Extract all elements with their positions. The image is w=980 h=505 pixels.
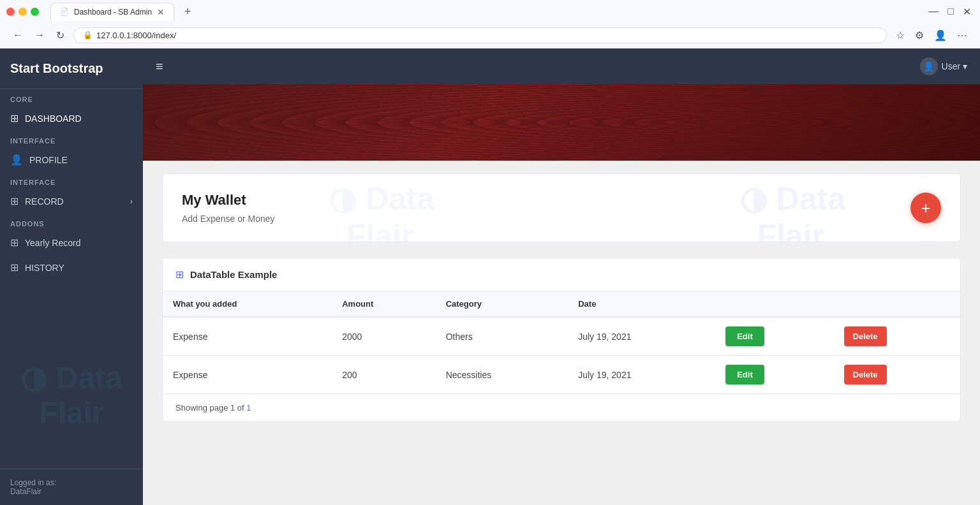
topbar: ≡ 👤 User ▾ [143,48,980,84]
sidebar-item-record[interactable]: ⊞ RECORD › [0,189,143,214]
row2-category: Necessities [436,356,568,394]
win-min-btn[interactable] [19,8,27,16]
row2-edit-cell: Edit [715,356,833,394]
row1-amount: 2000 [332,317,435,356]
sidebar-item-label-history: HISTORY [25,263,64,273]
row2-delete-cell: Delete [834,356,960,394]
add-expense-button[interactable]: + [910,193,941,223]
browser-chrome: 📄 Dashboard - SB Admin ✕ + — □ ✕ ← → ↻ 🔒… [0,0,980,48]
datatable-card: ⊞ DataTable Example What you added Amoun… [162,258,961,422]
wallet-title: My Wallet [182,192,275,209]
nav-refresh-button[interactable]: ↻ [54,27,67,44]
footer-text: Showing page 1 of [175,403,246,413]
sidebar-item-profile[interactable]: 👤 PROFILE [0,147,143,172]
topbar-user-label: User ▾ [942,61,967,71]
datatable-header: ⊞ DataTable Example [163,258,960,291]
browser-toolbar-actions: ☆ ⚙ 👤 ⋯ [893,27,970,44]
col-header-edit [715,291,833,317]
row1-delete-cell: Delete [834,317,960,356]
history-icon: ⊞ [10,261,19,274]
dashboard-icon: ⊞ [10,112,19,124]
table-row: Expense 200 Necessities July 19, 2021 Ed… [163,356,960,394]
row2-delete-button[interactable]: Delete [844,365,887,384]
row1-date: July 19, 2021 [568,317,715,356]
topbar-user-menu[interactable]: 👤 User ▾ [920,57,967,75]
record-icon: ⊞ [10,195,19,207]
app-wrapper: Start Bootstrap CORE ⊞ DASHBOARD INTERFA… [0,48,980,505]
row1-what: Expense [163,317,332,356]
card-watermark-right: ◑ Data Flair [739,181,845,242]
tab-favicon: 📄 [60,8,69,16]
sidebar-item-label-yearly-record: Yearly Record [25,238,80,248]
extensions-btn[interactable]: ⚙ [912,27,926,44]
sidebar-toggle-button[interactable]: ≡ [156,59,163,74]
datatable-table: What you added Amount Category Date Expe… [163,291,960,393]
col-header-amount: Amount [332,291,435,317]
row2-what: Expense [163,356,332,394]
profile-btn[interactable]: 👤 [932,27,949,44]
bookmark-btn[interactable]: ☆ [893,27,907,44]
sidebar-item-dashboard[interactable]: ⊞ DASHBOARD [0,106,143,131]
sidebar-section-addons: ADDONS [0,214,143,230]
window-close-btn[interactable]: ✕ [960,3,974,20]
footer-page-link[interactable]: 1 [246,403,251,413]
maximize-btn[interactable]: □ [945,3,956,20]
row1-delete-button[interactable]: Delete [844,326,887,346]
wallet-subtitle: Add Expense or Money [182,214,275,224]
row2-edit-button[interactable]: Edit [725,365,764,384]
row2-date: July 19, 2021 [568,356,715,394]
address-text: 127.0.0.1:8000/index/ [96,31,176,40]
yearly-record-icon: ⊞ [10,237,19,249]
address-bar[interactable]: 🔒 127.0.0.1:8000/index/ [73,27,887,43]
sidebar-brand: Start Bootstrap [0,48,143,89]
logged-in-label: Logged in as: [10,478,133,487]
browser-titlebar: 📄 Dashboard - SB Admin ✕ + — □ ✕ [0,0,980,23]
card-watermark-left: ◑ Data Flair [329,181,434,242]
wallet-card-text: My Wallet Add Expense or Money [182,192,275,224]
nav-forward-button[interactable]: → [32,27,47,43]
new-tab-button[interactable]: + [179,4,197,20]
hero-image [143,84,980,161]
sidebar-item-label-dashboard: DASHBOARD [25,113,82,124]
minimize-btn[interactable]: — [926,3,941,20]
sidebar: Start Bootstrap CORE ⊞ DASHBOARD INTERFA… [0,48,143,505]
wallet-card: My Wallet Add Expense or Money ◑ Data Fl… [162,173,961,242]
browser-addressbar: ← → ↻ 🔒 127.0.0.1:8000/index/ ☆ ⚙ 👤 ⋯ [0,23,980,48]
sidebar-section-core: CORE [0,89,143,106]
main-content: My Wallet Add Expense or Money ◑ Data Fl… [143,84,980,505]
datatable-footer: Showing page 1 of 1 [163,393,960,421]
nav-back-button[interactable]: ← [10,27,26,43]
datatable-header-icon: ⊞ [175,268,184,281]
col-header-delete [834,291,960,317]
row2-amount: 200 [332,356,435,394]
datatable-header-title: DataTable Example [190,269,277,280]
col-header-category: Category [436,291,568,317]
table-header-row: What you added Amount Category Date [163,291,960,317]
tab-title: Dashboard - SB Admin [74,8,152,17]
row1-edit-button[interactable]: Edit [725,326,764,346]
sidebar-item-label-record: RECORD [25,196,64,207]
row1-category: Others [436,317,568,356]
sidebar-item-history[interactable]: ⊞ HISTORY [0,255,143,280]
profile-icon: 👤 [10,154,23,166]
sidebar-footer: Logged in as: DataFlair [0,469,143,505]
sidebar-item-label-profile: PROFILE [29,155,68,165]
sidebar-section-interface1: INTERFACE [0,131,143,147]
sidebar-watermark: ◑ DataFlair [20,361,122,430]
lock-icon: 🔒 [83,31,93,40]
win-close-btn[interactable] [6,8,15,16]
chevron-right-icon: › [130,197,133,206]
sidebar-item-yearly-record[interactable]: ⊞ Yearly Record [0,230,143,255]
col-header-what: What you added [163,291,332,317]
topbar-avatar: 👤 [920,57,938,75]
win-max-btn[interactable] [31,8,39,16]
col-header-date: Date [568,291,715,317]
menu-btn[interactable]: ⋯ [954,27,970,44]
content-area: My Wallet Add Expense or Money ◑ Data Fl… [143,161,980,435]
tab-close-icon[interactable]: ✕ [157,7,165,17]
browser-tab[interactable]: 📄 Dashboard - SB Admin ✕ [50,3,174,21]
logged-in-username: DataFlair [10,487,133,496]
sidebar-section-interface2: INTERFACE [0,172,143,189]
table-row: Expense 2000 Others July 19, 2021 Edit D… [163,317,960,356]
row1-edit-cell: Edit [715,317,833,356]
